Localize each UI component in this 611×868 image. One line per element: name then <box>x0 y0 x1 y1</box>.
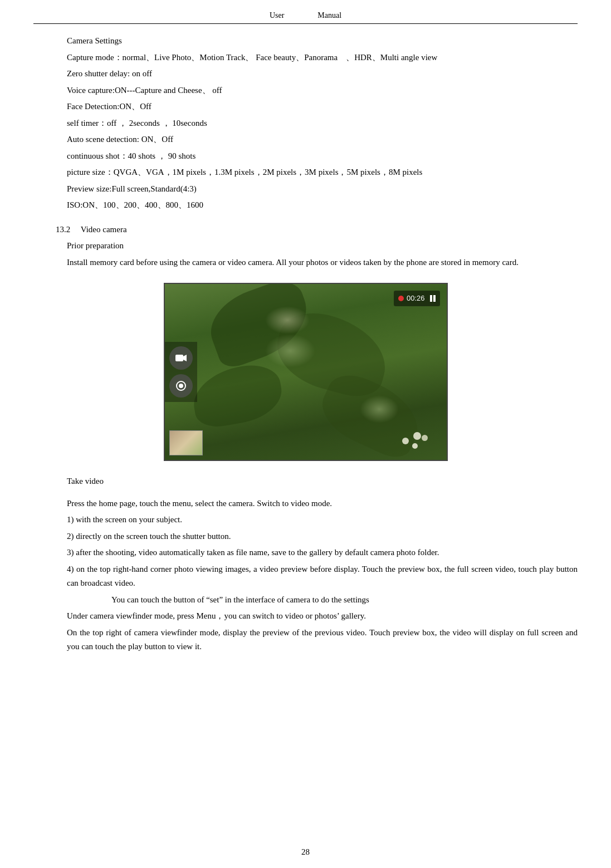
picture-size-line: picture size：QVGA、VGA，1M pixels，1.3M pix… <box>67 165 578 180</box>
capture-mode-line: Capture mode：normal、Live Photo、Motion Tr… <box>67 51 578 65</box>
recording-indicator: 00:26 <box>394 291 440 306</box>
pause-icon <box>430 295 436 302</box>
header-right: Manual <box>317 11 341 20</box>
video-camera-section-header: 13.2 Video camera <box>33 223 578 237</box>
instruction-line-1: 1) with the screen on your subject. <box>67 513 578 527</box>
video-frame: 00:26 <box>164 283 448 461</box>
instruction-line-0: Press the home page, touch the menu, sel… <box>67 497 578 511</box>
video-camera-icon <box>169 346 193 370</box>
camera-settings-title: Camera Settings <box>67 34 578 48</box>
zero-shutter-line: Zero shutter delay: on off <box>67 67 578 81</box>
svg-point-2 <box>179 384 183 388</box>
instruction-line-3: 3) after the shooting, video automatical… <box>33 546 578 560</box>
page-header: User Manual <box>33 11 578 24</box>
video-sidebar <box>165 342 197 402</box>
continuous-shot-line: continuous shot：40 shots ， 90 shots <box>67 149 578 164</box>
settings-circle-icon <box>169 374 193 398</box>
auto-scene-line: Auto scene detection: ON、Off <box>67 133 578 147</box>
face-detection-line: Face Detection:ON、Off <box>67 100 578 114</box>
iso-line: ISO:ON、100、200、400、800、1600 <box>67 198 578 213</box>
svg-rect-0 <box>175 355 183 361</box>
instruction-line-2: 2) directly on the screen touch the shut… <box>67 529 578 544</box>
take-video-label: Take video <box>67 474 578 489</box>
video-screenshot-container: 00:26 <box>33 283 578 461</box>
rec-time: 00:26 <box>407 292 425 305</box>
content-area: Camera Settings Capture mode：normal、Live… <box>33 34 578 654</box>
prior-preparation-label: Prior preparation <box>67 239 578 253</box>
self-timer-line: self timer：off ， 2seconds ， 10seconds <box>67 116 578 131</box>
video-thumbnail <box>169 430 203 455</box>
instruction-line-7: On the top right of camera viewfinder mo… <box>33 626 578 654</box>
instruction-line-6: Under camera viewfinder mode, press Menu… <box>67 609 578 624</box>
preview-size-line: Preview size:Full screen,Standard(4:3) <box>67 182 578 197</box>
svg-marker-1 <box>183 355 187 361</box>
instruction-line-4: 4) on the top right-hand corner photo vi… <box>33 562 578 591</box>
page: User Manual Camera Settings Capture mode… <box>0 0 611 868</box>
header-left: User <box>270 11 284 20</box>
voice-capture-line: Voice capture:ON---Capture and Cheese、 o… <box>67 84 578 98</box>
rec-dot <box>398 296 404 301</box>
install-text: Install memory card before using the cam… <box>67 256 578 270</box>
page-number: 28 <box>0 847 611 857</box>
instruction-line-5: You can touch the button of “set” in the… <box>33 593 578 607</box>
